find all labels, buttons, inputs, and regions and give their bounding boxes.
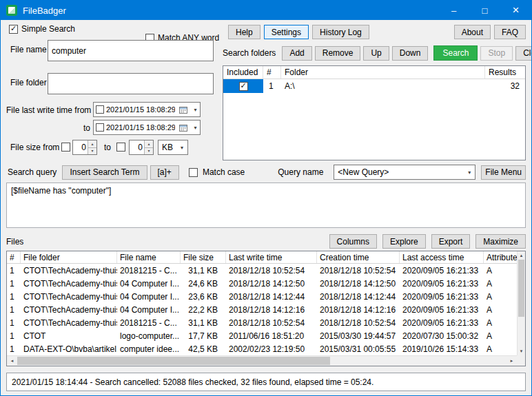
file-cell: CTOT [21,331,117,341]
move-down-button[interactable]: Down [392,46,429,61]
date-to-picker[interactable]: 2021/01/15 18:08:29 ▾ [93,120,201,135]
files-column-header[interactable]: File name [117,251,181,263]
file-row[interactable]: 1CTOT\TechAcademy-thuis...04 Computer I.… [7,277,517,290]
calendar-icon[interactable] [177,121,189,134]
folders-column-header[interactable]: Folder [281,66,485,79]
size-from-value[interactable]: 0 [73,140,88,154]
explore-button[interactable]: Explore [382,234,426,249]
export-button[interactable]: Export [431,234,471,249]
files-column-header[interactable]: Last write time [226,251,317,263]
history-log-button[interactable]: History Log [312,25,369,39]
folders-column-header[interactable]: # [263,66,281,79]
settings-button[interactable]: Settings [264,25,309,39]
file-row[interactable]: 1CTOT\TechAcademy-thuis...04 Computer I.… [7,290,517,303]
file-cell: 04 Computer I... [117,279,181,289]
insert-search-term-button[interactable]: Insert Search Term [62,165,147,180]
window-title: FileBadger [23,6,66,16]
simple-search-checkbox[interactable]: ✓ [9,25,18,34]
chevron-down-icon[interactable]: ▾ [176,140,187,154]
calendar-icon[interactable] [177,103,189,116]
file-folder-input[interactable] [48,73,214,94]
add-folder-button[interactable]: Add [282,46,311,61]
file-cell: A [484,266,517,275]
size-to-spinner[interactable]: 0 ▴ ▾ [129,140,154,155]
match-case-checkbox[interactable] [189,168,198,177]
files-column-header[interactable]: File size [181,251,226,263]
match-case-toggle[interactable]: Match case [189,167,250,177]
search-query-label: Search query [8,167,57,177]
file-cell: A [484,318,517,328]
file-cell: 20181215 - C... [117,318,181,328]
file-cell: 23,6 KB [181,292,226,302]
date-from-value[interactable]: 2021/01/15 18:08:29 [106,105,175,114]
files-column-header[interactable]: Attributes [484,251,517,263]
vertical-scrollbar[interactable]: ▲ ▼ [517,251,525,355]
folders-column-header[interactable]: Included [223,66,263,79]
chevron-down-icon[interactable]: ▾ [464,165,475,179]
included-cell[interactable]: ✓ [223,79,263,93]
file-name-input[interactable] [48,40,214,61]
search-folder-row[interactable]: ✓1A:\32 [223,79,525,93]
file-row[interactable]: 1CTOT\TechAcademy-thuis...20181215 - C..… [7,264,517,277]
search-query-editor[interactable]: [$fileName has "computer"] [6,183,526,228]
file-cell: 2018/12/18 14:12:50 [226,279,317,289]
clear-button[interactable]: Clear [515,46,532,61]
stop-button[interactable]: Stop [480,46,513,61]
size-to-checkbox[interactable] [116,143,125,152]
date-to-dropdown-icon[interactable]: ▾ [191,121,200,134]
date-from-dropdown-icon[interactable]: ▾ [191,103,200,116]
scroll-down-icon[interactable]: ▼ [518,347,525,355]
faq-button[interactable]: FAQ [494,25,526,39]
file-row[interactable]: 1CTOT\TechAcademy-thuis...20181215 - C..… [7,316,517,329]
simple-search-toggle[interactable]: ✓ Simple Search [9,24,75,34]
file-row[interactable]: 1CTOTlogo-computer...17,7 KB2011/06/16 1… [7,329,517,342]
columns-button[interactable]: Columns [329,234,377,249]
scroll-right-icon[interactable]: ► [507,356,517,366]
size-unit-select[interactable]: KB ▾ [158,140,188,155]
close-icon[interactable]: × [500,1,531,20]
search-button[interactable]: Search [433,45,478,61]
spin-up-icon[interactable]: ▴ [88,140,96,147]
maximize-icon[interactable]: □ [469,1,500,20]
file-menu-button[interactable]: File Menu [481,165,526,180]
about-button[interactable]: About [454,25,491,39]
help-button[interactable]: Help [228,25,260,39]
minimize-icon[interactable]: – [438,1,469,20]
files-column-header[interactable]: Last access time [400,251,484,263]
size-from-checkbox[interactable] [61,143,70,152]
horizontal-scrollbar-track[interactable] [17,356,507,366]
remove-folder-button[interactable]: Remove [315,46,361,61]
move-up-button[interactable]: Up [363,46,389,61]
spin-down-icon[interactable]: ▾ [88,147,96,155]
file-row[interactable]: 1CTOT\TechAcademy-thuis...04 Computer I.… [7,303,517,316]
files-column-header[interactable]: File folder [21,251,117,263]
app-icon [6,5,17,16]
file-cell: 2018/12/18 14:12:16 [317,305,400,315]
included-checkbox[interactable]: ✓ [239,82,248,91]
folders-column-header[interactable]: Results [485,66,525,79]
maximize-button[interactable]: Maximize [475,234,526,249]
date-to-checkbox[interactable] [96,123,104,132]
scroll-left-icon[interactable]: ◄ [7,356,17,366]
file-cell: 31,1 KB [181,318,226,328]
file-cell: 31,1 KB [181,266,226,275]
date-from-checkbox[interactable] [96,105,104,114]
date-to-value[interactable]: 2021/01/15 18:08:29 [106,123,175,132]
file-cell: computer idee... [117,344,181,354]
size-to-value[interactable]: 0 [130,140,144,154]
date-from-picker[interactable]: 2021/01/15 18:08:29 ▾ [93,102,201,117]
file-row[interactable]: 1DATA-EXT-O\bvba\artikel...computer idee… [7,342,517,355]
spin-down-icon[interactable]: ▾ [145,147,153,155]
spin-up-icon[interactable]: ▴ [145,140,153,147]
size-from-spinner[interactable]: 0 ▴ ▾ [72,140,97,155]
horizontal-scrollbar[interactable]: ◄ ► [7,355,517,366]
query-name-select[interactable]: <New Query> ▾ [334,165,475,180]
files-column-header[interactable]: Creation time [317,251,400,263]
scroll-up-icon[interactable]: ▲ [518,251,525,260]
check-icon: ✓ [240,82,246,90]
files-column-header[interactable]: # [7,251,21,263]
regex-button[interactable]: [a]+ [150,165,179,180]
horizontal-scrollbar-thumb[interactable] [17,357,330,365]
vertical-scrollbar-thumb[interactable] [518,260,524,317]
file-cell: 17,7 KB [181,331,226,341]
